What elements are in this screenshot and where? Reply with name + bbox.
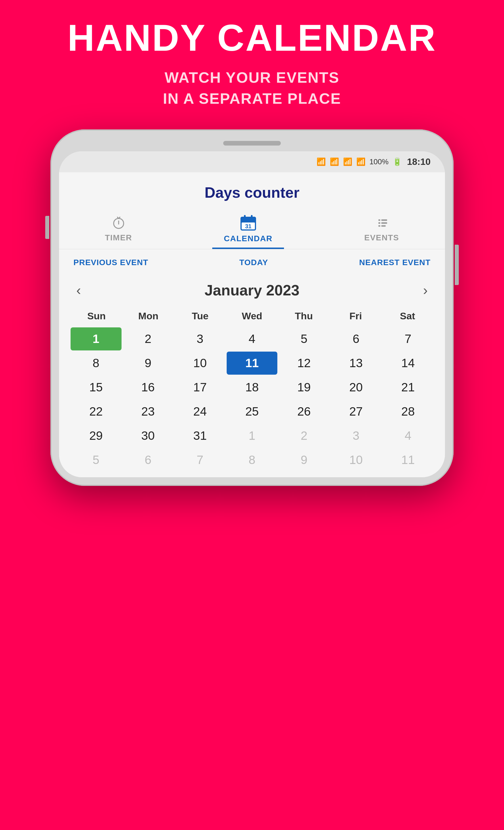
day-header-fri: Fri: [330, 308, 381, 324]
day-header-thu: Thu: [278, 308, 330, 324]
wifi-icon: 📶: [330, 157, 339, 166]
phone-speaker: [223, 141, 281, 146]
app-header-section: HANDY CALENDAR WATCH YOUR EVENTS IN A SE…: [0, 0, 504, 121]
calendar-day[interactable]: 31: [174, 424, 226, 447]
timer-icon: [111, 215, 126, 230]
calendar-day[interactable]: 27: [331, 400, 381, 423]
status-time: 18:10: [407, 157, 431, 167]
calendar-day[interactable]: 7: [174, 448, 226, 472]
calendar-day[interactable]: 15: [71, 376, 122, 399]
screen-header: Days counter: [59, 172, 445, 204]
screen-title: Days counter: [65, 184, 439, 201]
svg-rect-14: [381, 222, 387, 224]
today-button[interactable]: TODAY: [239, 258, 268, 267]
calendar-day[interactable]: 3: [174, 327, 226, 350]
calendar-day[interactable]: 3: [331, 424, 381, 447]
day-headers: Sun Mon Tue Wed Thu Fri Sat: [68, 308, 436, 324]
day-header-sun: Sun: [71, 308, 123, 324]
day-header-tue: Tue: [174, 308, 226, 324]
day-header-sat: Sat: [381, 308, 433, 324]
status-icons: 📶 📶 📶 📶 100% 🔋: [316, 157, 402, 166]
calendar-day[interactable]: 4: [227, 327, 278, 350]
phone-screen: 📶 📶 📶 📶 100% 🔋 18:10 Days counter: [59, 151, 445, 477]
svg-rect-11: [378, 219, 380, 221]
svg-rect-9: [251, 215, 253, 219]
calendar-day[interactable]: 17: [174, 376, 226, 399]
calendar-day[interactable]: 11: [227, 352, 278, 375]
signal-icon: 📶: [356, 157, 366, 166]
calendar-icon: 31: [240, 215, 257, 231]
nearest-event-button[interactable]: NEAREST EVENT: [359, 258, 431, 267]
tab-timer[interactable]: TIMER: [93, 211, 144, 248]
calendar-day[interactable]: 10: [174, 352, 226, 375]
calendar-day[interactable]: 14: [382, 352, 433, 375]
calendar-day[interactable]: 30: [123, 424, 174, 447]
tab-events[interactable]: EVENTS: [353, 211, 411, 248]
tab-timer-label: TIMER: [105, 233, 132, 243]
svg-rect-12: [381, 219, 387, 221]
calendar-day[interactable]: 6: [123, 448, 174, 472]
calendar-day[interactable]: 20: [331, 376, 381, 399]
battery-pct: 100%: [370, 157, 389, 166]
calendar-day[interactable]: 23: [123, 400, 174, 423]
calendar-grid: 1234567891011121314151617181920212223242…: [68, 327, 436, 472]
calendar-day[interactable]: 5: [278, 327, 330, 350]
phone-frame: 📶 📶 📶 📶 100% 🔋 18:10 Days counter: [51, 129, 453, 486]
tab-events-label: EVENTS: [364, 233, 399, 243]
svg-rect-8: [244, 215, 246, 219]
calendar-day[interactable]: 2: [278, 424, 330, 447]
calendar-day[interactable]: 1: [71, 327, 122, 350]
calendar-day[interactable]: 9: [278, 448, 330, 472]
calendar-day[interactable]: 1: [227, 424, 278, 447]
calendar-day[interactable]: 11: [382, 448, 433, 472]
next-month-button[interactable]: ›: [423, 282, 428, 298]
app-subtitle: WATCH YOUR EVENTS IN A SEPARATE PLACE: [23, 67, 481, 109]
calendar-day[interactable]: 12: [278, 352, 330, 375]
day-header-mon: Mon: [123, 308, 174, 324]
calendar-day[interactable]: 24: [174, 400, 226, 423]
tab-calendar[interactable]: 31 CALENDAR: [212, 210, 284, 249]
month-navigation: ‹ January 2023 ›: [68, 276, 436, 308]
calendar-day[interactable]: 26: [278, 400, 330, 423]
calendar-day[interactable]: 8: [71, 352, 122, 375]
calendar-day[interactable]: 29: [71, 424, 122, 447]
tabs-bar: TIMER 31 C: [59, 204, 445, 249]
nav-buttons-bar: PREVIOUS EVENT TODAY NEAREST EVENT: [59, 249, 445, 276]
calendar-section: ‹ January 2023 › Sun Mon Tue Wed Thu Fri…: [59, 276, 445, 477]
calendar-day[interactable]: 13: [331, 352, 381, 375]
calendar-day[interactable]: 10: [331, 448, 381, 472]
svg-rect-15: [378, 225, 380, 226]
calendar-day[interactable]: 6: [331, 327, 381, 350]
day-header-wed: Wed: [226, 308, 278, 324]
previous-event-button[interactable]: PREVIOUS EVENT: [73, 258, 148, 267]
phone-mockup: 📶 📶 📶 📶 100% 🔋 18:10 Days counter: [51, 129, 453, 486]
calendar-day[interactable]: 16: [123, 376, 174, 399]
calendar-day[interactable]: 7: [382, 327, 433, 350]
phone-top: [59, 138, 445, 149]
phone-volume-button: [45, 216, 49, 239]
tab-calendar-label: CALENDAR: [224, 234, 272, 243]
month-title: January 2023: [204, 282, 300, 299]
calendar-day[interactable]: 18: [227, 376, 278, 399]
svg-rect-6: [240, 220, 256, 222]
calendar-day[interactable]: 8: [227, 448, 278, 472]
prev-month-button[interactable]: ‹: [76, 282, 81, 298]
events-icon: [374, 215, 389, 230]
calendar-day[interactable]: 5: [71, 448, 122, 472]
calendar-day[interactable]: 28: [382, 400, 433, 423]
calendar-day[interactable]: 9: [123, 352, 174, 375]
svg-rect-13: [378, 222, 380, 224]
calendar-day[interactable]: 19: [278, 376, 330, 399]
svg-rect-16: [381, 225, 385, 226]
calendar-day[interactable]: 4: [382, 424, 433, 447]
calendar-day[interactable]: 2: [123, 327, 174, 350]
svg-text:31: 31: [245, 223, 251, 229]
calendar-day[interactable]: 22: [71, 400, 122, 423]
calendar-day[interactable]: 21: [382, 376, 433, 399]
app-title: HANDY CALENDAR: [23, 17, 481, 59]
sim-icon: 📶: [343, 157, 352, 166]
battery-icon: 🔋: [393, 157, 402, 166]
calendar-day[interactable]: 25: [227, 400, 278, 423]
status-bar: 📶 📶 📶 📶 100% 🔋 18:10: [59, 151, 445, 172]
bluetooth-icon: 📶: [316, 157, 326, 166]
